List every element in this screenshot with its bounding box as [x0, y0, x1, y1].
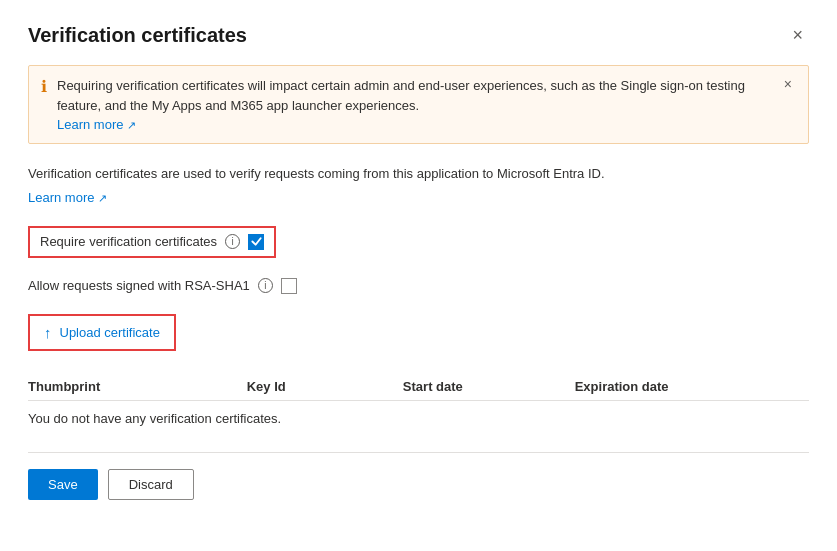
banner-learn-more-link[interactable]: Learn more — [57, 117, 136, 132]
require-cert-label: Require verification certificates — [40, 234, 217, 249]
close-button[interactable]: × — [786, 24, 809, 46]
banner-close-button[interactable]: × — [780, 76, 796, 92]
footer-buttons: Save Discard — [28, 469, 809, 500]
allow-rsa-info-icon[interactable]: i — [258, 278, 273, 293]
col-startdate: Start date — [403, 373, 575, 401]
certificates-table: Thumbprint Key Id Start date Expiration … — [28, 373, 809, 436]
warning-icon: ℹ — [41, 77, 47, 96]
upload-cert-wrapper: ↑ Upload certificate — [28, 314, 176, 351]
table-header-row: Thumbprint Key Id Start date Expiration … — [28, 373, 809, 401]
require-cert-info-icon[interactable]: i — [225, 234, 240, 249]
col-expdate: Expiration date — [575, 373, 809, 401]
require-cert-section: Require verification certificates i — [28, 226, 276, 258]
col-keyid: Key Id — [247, 373, 403, 401]
info-banner: ℹ Requiring verification certificates wi… — [28, 65, 809, 144]
upload-certificate-button[interactable]: ↑ Upload certificate — [30, 316, 174, 349]
discard-button[interactable]: Discard — [108, 469, 194, 500]
description-learn-more-link[interactable]: Learn more — [28, 190, 107, 205]
table-header: Thumbprint Key Id Start date Expiration … — [28, 373, 809, 401]
dialog-title: Verification certificates — [28, 24, 247, 47]
allow-rsa-row: Allow requests signed with RSA-SHA1 i — [28, 278, 809, 294]
empty-message: You do not have any verification certifi… — [28, 400, 809, 436]
table-body: You do not have any verification certifi… — [28, 400, 809, 436]
description-text: Verification certificates are used to ve… — [28, 164, 809, 184]
banner-content: Requiring verification certificates will… — [57, 76, 770, 133]
dialog-header: Verification certificates × — [28, 24, 809, 47]
footer-divider — [28, 452, 809, 453]
verification-certificates-dialog: Verification certificates × ℹ Requiring … — [0, 0, 837, 551]
allow-rsa-label: Allow requests signed with RSA-SHA1 — [28, 278, 250, 293]
checkmark-icon — [251, 236, 262, 247]
require-cert-checkbox[interactable] — [248, 234, 264, 250]
allow-rsa-checkbox[interactable] — [281, 278, 297, 294]
save-button[interactable]: Save — [28, 469, 98, 500]
require-cert-row: Require verification certificates i — [40, 234, 264, 250]
checkboxes-area: Require verification certificates i Allo… — [28, 226, 809, 294]
col-thumbprint: Thumbprint — [28, 373, 247, 401]
banner-text: Requiring verification certificates will… — [57, 78, 745, 113]
upload-label: Upload certificate — [60, 325, 160, 340]
table-empty-row: You do not have any verification certifi… — [28, 400, 809, 436]
upload-icon: ↑ — [44, 324, 52, 341]
learn-more-row: Learn more — [28, 188, 809, 206]
